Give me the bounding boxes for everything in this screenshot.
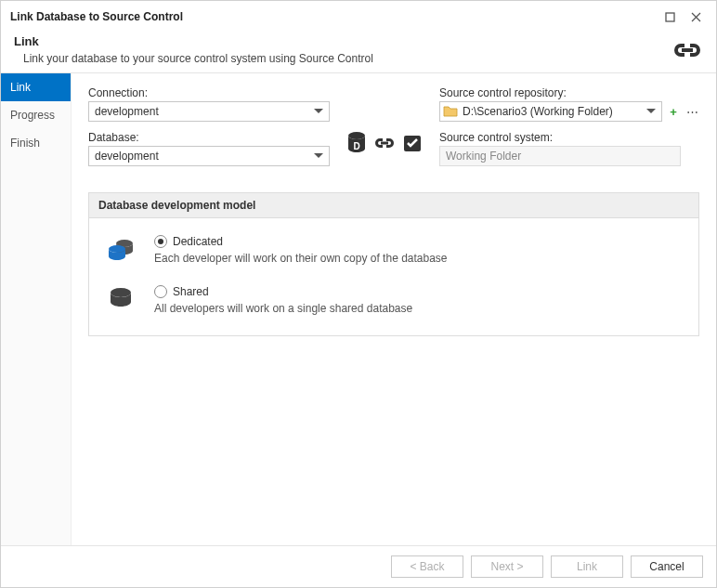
shared-label: Shared — [173, 285, 209, 298]
link-button[interactable]: Link — [551, 555, 623, 578]
close-button[interactable] — [683, 7, 709, 27]
folder-icon — [443, 104, 458, 117]
dev-model-panel: Database development model Dedicated Eac… — [88, 192, 699, 336]
radio-icon — [154, 235, 167, 248]
maximize-button[interactable] — [657, 7, 683, 27]
system-label: Source control system: — [439, 131, 699, 144]
panel-title: Database development model — [89, 193, 698, 218]
dialog: Link Database to Source Control Link Lin… — [0, 0, 717, 588]
next-button[interactable]: Next > — [471, 555, 543, 578]
page-heading: Link — [14, 34, 662, 48]
database-input[interactable] — [88, 146, 330, 166]
checklist-icon — [402, 133, 423, 153]
radio-icon — [154, 285, 167, 298]
connection-input[interactable] — [88, 101, 330, 122]
repo-more-button[interactable]: ⋯ — [684, 104, 699, 119]
add-repo-button[interactable]: + — [666, 104, 681, 119]
database-icon: D — [346, 131, 367, 155]
dedicated-db-icon — [104, 235, 137, 263]
cancel-button[interactable]: Cancel — [631, 555, 703, 578]
database-label: Database: — [88, 131, 330, 144]
svg-point-3 — [348, 132, 365, 139]
svg-rect-0 — [666, 13, 674, 21]
shared-radio[interactable]: Shared — [154, 285, 684, 298]
window-title: Link Database to Source Control — [10, 10, 657, 23]
dedicated-label: Dedicated — [173, 235, 223, 248]
chevron-down-icon[interactable] — [311, 104, 326, 119]
database-combo[interactable] — [88, 146, 330, 166]
page-subheading: Link your database to your source contro… — [14, 52, 662, 65]
svg-point-8 — [111, 288, 131, 297]
sidebar: Link Progress Finish — [1, 73, 72, 545]
connection-label: Connection: — [88, 86, 330, 99]
repo-combo[interactable] — [439, 101, 662, 122]
svg-point-7 — [109, 245, 125, 253]
sidebar-item-finish[interactable]: Finish — [1, 129, 71, 157]
svg-text:D: D — [353, 141, 359, 151]
dedicated-desc: Each developer will work on their own co… — [154, 252, 684, 265]
titlebar: Link Database to Source Control — [1, 1, 716, 31]
connection-combo[interactable] — [88, 101, 330, 122]
sidebar-item-progress[interactable]: Progress — [1, 101, 71, 129]
content: Connection: Database: — [72, 73, 716, 545]
header: Link Link your database to your source c… — [1, 31, 716, 72]
link-hero-icon — [662, 41, 703, 59]
back-button[interactable]: < Back — [391, 555, 463, 578]
system-input — [439, 146, 681, 166]
sidebar-item-link[interactable]: Link — [1, 73, 71, 101]
link-graphic: D — [346, 86, 423, 176]
repo-input[interactable] — [439, 101, 662, 122]
chevron-down-icon[interactable] — [644, 104, 658, 119]
dedicated-radio[interactable]: Dedicated — [154, 235, 684, 248]
repo-label: Source control repository: — [439, 86, 699, 99]
footer: < Back Next > Link Cancel — [1, 545, 716, 587]
chain-link-icon — [374, 137, 395, 150]
shared-desc: All developers will work on a single sha… — [154, 302, 684, 315]
chevron-down-icon[interactable] — [311, 149, 326, 163]
shared-db-icon — [104, 285, 137, 309]
